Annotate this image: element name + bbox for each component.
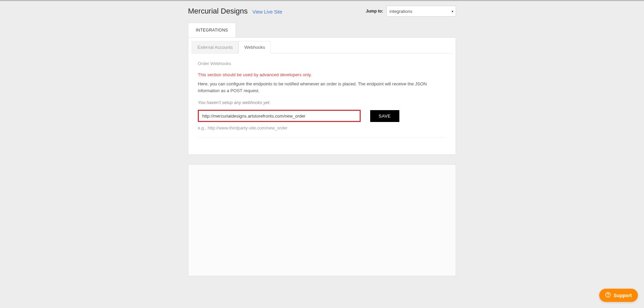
header-right: Jump to: integrations (366, 6, 456, 17)
subtab-external-accounts[interactable]: External Accounts (192, 41, 239, 54)
view-live-site-link[interactable]: View Live Site (252, 9, 282, 15)
header-left: Mercurial Designs View Live Site (188, 7, 282, 16)
page-header: Mercurial Designs View Live Site Jump to… (188, 6, 456, 17)
outer-tabs: INTEGRATIONS (188, 23, 456, 37)
site-title: Mercurial Designs (188, 7, 248, 16)
jump-to-select[interactable]: integrations (386, 6, 456, 17)
section-label: Order Webhooks (198, 61, 446, 66)
webhook-url-input[interactable] (198, 110, 361, 122)
example-text: e.g., http://www.thirdparty-site.com/new… (198, 125, 446, 130)
jump-to-select-wrap: integrations (386, 6, 456, 17)
tab-integrations[interactable]: INTEGRATIONS (188, 23, 236, 37)
jump-to-label: Jump to: (366, 9, 383, 14)
divider (198, 137, 446, 138)
description-text: Here, you can configure the endpoints to… (198, 81, 446, 94)
webhook-input-row: SAVE (198, 110, 446, 122)
save-button[interactable]: SAVE (370, 110, 399, 122)
empty-webhooks-msg: You haven't setup any webhooks yet. (198, 100, 446, 105)
warning-text: This section should be used by advanced … (198, 72, 446, 77)
integrations-panel: External Accounts Webhooks Order Webhook… (188, 37, 456, 155)
lower-panel (188, 164, 456, 276)
sub-tabs: External Accounts Webhooks (192, 41, 452, 54)
webhooks-content: Order Webhooks This section should be us… (192, 53, 452, 141)
subtab-webhooks[interactable]: Webhooks (239, 41, 271, 54)
